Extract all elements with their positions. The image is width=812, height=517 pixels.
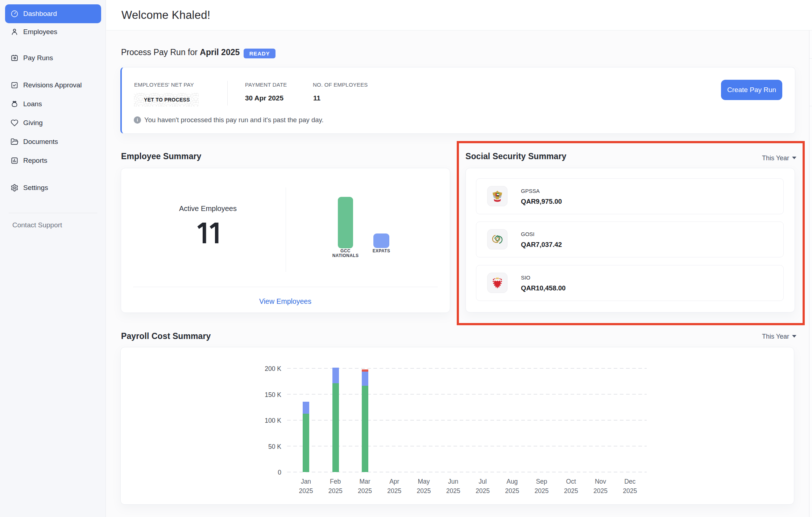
svg-text:2025: 2025 [623,487,637,495]
svg-text:Jan: Jan [301,478,311,485]
svg-text:2025: 2025 [593,487,608,495]
svg-text:2025: 2025 [564,487,578,495]
svg-text:2025: 2025 [535,487,549,495]
svg-text:Feb: Feb [330,478,341,485]
svg-text:2025: 2025 [299,487,313,495]
svg-text:2025: 2025 [328,487,343,495]
svg-text:Dec: Dec [624,478,635,485]
svg-text:Jun: Jun [448,478,458,485]
svg-text:2025: 2025 [358,487,372,495]
svg-text:2025: 2025 [505,487,519,495]
svg-text:0: 0 [278,469,281,476]
svg-text:May: May [418,478,430,485]
svg-text:2025: 2025 [387,487,401,495]
svg-text:Aug: Aug [506,478,518,485]
svg-text:100 K: 100 K [265,417,281,424]
svg-text:2025: 2025 [446,487,460,495]
svg-text:150 K: 150 K [265,391,281,398]
svg-text:Sep: Sep [536,478,547,485]
svg-text:Jul: Jul [478,478,486,485]
svg-text:50 K: 50 K [268,443,281,450]
svg-text:Apr: Apr [389,478,399,485]
svg-text:Oct: Oct [566,478,576,485]
svg-text:2025: 2025 [417,487,431,495]
svg-text:Nov: Nov [595,478,606,485]
svg-text:2025: 2025 [476,487,490,495]
svg-text:Mar: Mar [359,478,370,485]
svg-text:200 K: 200 K [265,365,281,372]
